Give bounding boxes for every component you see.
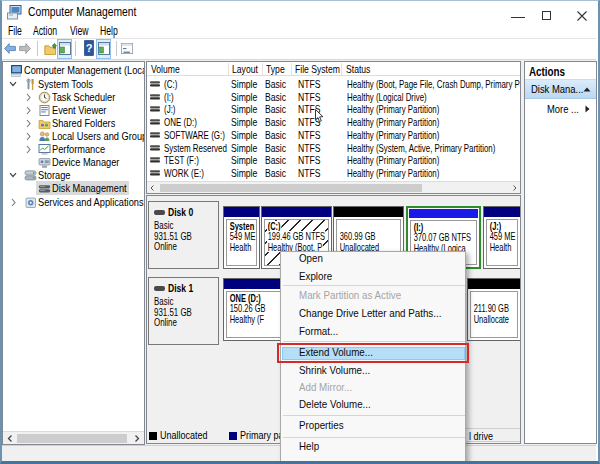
- svg-text:?: ?: [86, 42, 93, 54]
